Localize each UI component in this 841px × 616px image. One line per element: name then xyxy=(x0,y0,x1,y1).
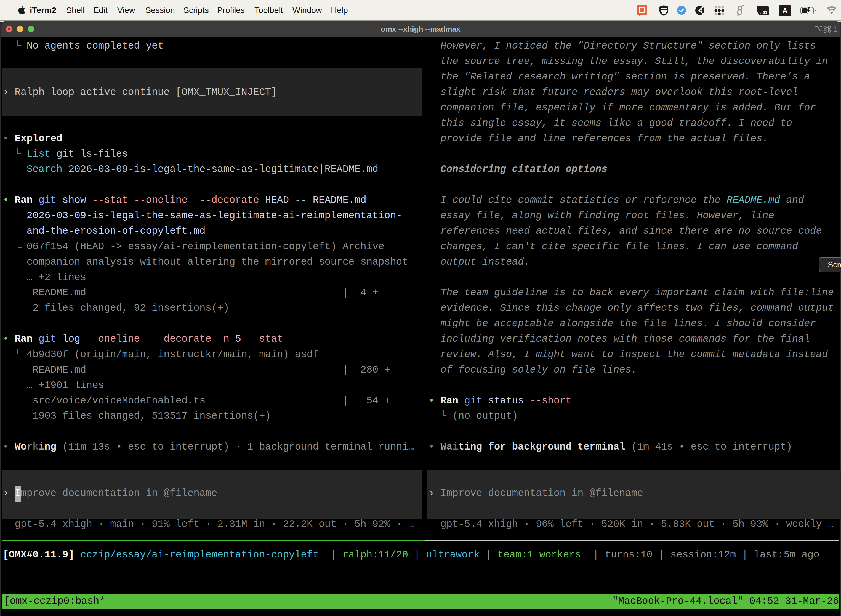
svg-text:..61: ..61 xyxy=(760,10,767,15)
svg-text:A: A xyxy=(782,7,788,15)
